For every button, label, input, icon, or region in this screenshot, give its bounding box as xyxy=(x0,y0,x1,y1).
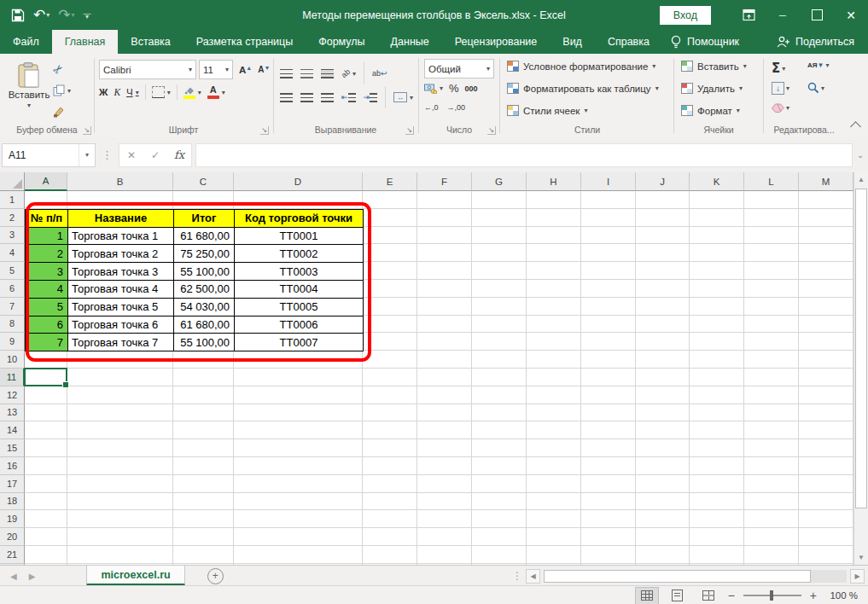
table-cell[interactable]: ТТ0006 xyxy=(235,317,364,334)
merge-center-button[interactable]: ↔ xyxy=(393,92,413,102)
table-header-cell[interactable]: Название xyxy=(68,210,174,228)
redo-button[interactable]: ↷▾ xyxy=(55,5,77,26)
zoom-in-button[interactable]: + xyxy=(810,589,817,602)
table-cell[interactable]: 3 xyxy=(26,263,68,281)
vertical-scrollbar[interactable]: ▲ ▼ xyxy=(853,172,868,565)
align-bottom-icon[interactable] xyxy=(321,69,334,78)
shrink-font-button[interactable]: А▼ xyxy=(258,65,270,74)
row-header-3[interactable]: 3 xyxy=(0,227,25,245)
row-header-18[interactable]: 18 xyxy=(0,493,25,511)
table-cell[interactable]: Торговая точка 2 xyxy=(68,245,174,263)
column-header-C[interactable]: C xyxy=(173,172,234,191)
fill-handle[interactable] xyxy=(62,381,69,388)
row-header-17[interactable]: 17 xyxy=(0,475,25,493)
align-top-icon[interactable] xyxy=(280,69,293,78)
hscroll-left-button[interactable]: ◀ xyxy=(526,569,540,584)
cells-item-2[interactable]: Формат▾ xyxy=(681,105,740,116)
styles-item-2[interactable]: Стили ячеек▾ xyxy=(507,105,587,116)
row-header-16[interactable]: 16 xyxy=(0,457,25,475)
selected-cell[interactable] xyxy=(24,368,67,386)
zoom-out-button[interactable]: − xyxy=(728,589,735,602)
comma-style-button[interactable]: 000 xyxy=(465,84,478,93)
formula-input[interactable] xyxy=(195,143,853,167)
cut-button[interactable]: ✂ xyxy=(53,61,71,78)
zoom-slider-thumb[interactable] xyxy=(770,590,773,601)
tab-вставка[interactable]: Вставка xyxy=(118,30,183,54)
cells-item-0[interactable]: Вставить▾ xyxy=(681,61,747,72)
name-box[interactable]: A11 ▾ xyxy=(2,143,96,167)
row-header-5[interactable]: 5 xyxy=(0,262,25,280)
column-header-J[interactable]: J xyxy=(636,172,690,191)
paste-button[interactable]: Вставить ▾ xyxy=(7,59,51,127)
row-header-2[interactable]: 2 xyxy=(0,209,25,227)
align-center-icon[interactable] xyxy=(300,93,313,102)
align-middle-icon[interactable] xyxy=(300,69,313,78)
column-header-M[interactable]: M xyxy=(799,172,853,191)
number-dialog-launcher[interactable] xyxy=(487,126,496,134)
column-header-I[interactable]: I xyxy=(581,172,636,191)
find-select-button[interactable]: ▾ xyxy=(807,82,824,94)
scroll-down-button[interactable]: ▼ xyxy=(854,550,868,565)
tab-вид[interactable]: Вид xyxy=(550,30,595,54)
styles-item-0[interactable]: Условное форматирование▾ xyxy=(507,61,655,72)
sheet-tab-active[interactable]: microexcel.ru xyxy=(86,566,184,586)
wrap-text-button[interactable]: ab↩ xyxy=(372,69,387,78)
row-header-20[interactable]: 20 xyxy=(0,528,25,546)
customize-qat-button[interactable]: —▾ xyxy=(81,5,94,26)
table-cell[interactable]: 61 680,00 xyxy=(174,317,235,334)
row-header-10[interactable]: 10 xyxy=(0,351,25,369)
italic-button[interactable]: К xyxy=(114,87,120,97)
undo-button[interactable]: ↶▾ xyxy=(31,5,52,26)
borders-button[interactable] xyxy=(152,86,171,98)
row-header-9[interactable]: 9 xyxy=(0,333,25,351)
format-painter-button[interactable] xyxy=(53,103,71,120)
table-cell[interactable]: Торговая точка 7 xyxy=(68,334,174,351)
bold-button[interactable]: Ж xyxy=(99,87,108,97)
horizontal-scroll-thumb[interactable] xyxy=(544,570,811,583)
row-header-13[interactable]: 13 xyxy=(0,404,25,422)
table-cell[interactable]: ТТ0007 xyxy=(235,334,364,351)
align-right-icon[interactable] xyxy=(321,93,334,102)
row-header-8[interactable]: 8 xyxy=(0,316,25,334)
sheet-area[interactable]: № п/пНазваниеИтогКод торговой точки1Торг… xyxy=(25,191,853,565)
alignment-dialog-launcher[interactable] xyxy=(405,126,414,134)
new-sheet-button[interactable]: + xyxy=(207,568,224,584)
zoom-level[interactable]: 100 % xyxy=(825,590,858,601)
table-cell[interactable]: ТТ0005 xyxy=(235,299,364,317)
row-header-11[interactable]: 11 xyxy=(0,369,25,386)
tab-assistant[interactable]: Помощник xyxy=(662,30,748,54)
minimize-button[interactable] xyxy=(766,3,800,28)
next-sheet-button[interactable]: ▶ xyxy=(29,572,36,581)
select-all-corner[interactable] xyxy=(0,172,25,191)
table-cell[interactable]: 75 250,00 xyxy=(174,245,235,263)
row-header-14[interactable]: 14 xyxy=(0,421,25,439)
row-header-21[interactable]: 21 xyxy=(0,546,25,564)
font-color-button[interactable]: А xyxy=(207,85,225,99)
tab-главная[interactable]: Главная xyxy=(52,30,119,54)
table-cell[interactable]: Торговая точка 6 xyxy=(68,317,174,334)
cancel-formula-button[interactable]: ✕ xyxy=(119,149,143,161)
table-cell[interactable]: 7 xyxy=(26,334,68,351)
table-cell[interactable]: 54 030,00 xyxy=(174,299,235,317)
row-header-7[interactable]: 7 xyxy=(0,298,25,316)
table-cell[interactable]: ТТ0004 xyxy=(235,281,364,299)
orientation-button[interactable]: ab xyxy=(341,69,356,78)
increase-indent-button[interactable]: ⇥ xyxy=(364,93,378,102)
table-cell[interactable]: 55 100,00 xyxy=(174,334,235,351)
tab-справка[interactable]: Справка xyxy=(595,30,662,54)
table-cell[interactable]: Торговая точка 1 xyxy=(68,228,174,246)
decrease-decimal-button[interactable]: →,00 xyxy=(447,103,466,112)
tab-формулы[interactable]: Формулы xyxy=(306,30,377,54)
styles-item-1[interactable]: Форматировать как таблицу▾ xyxy=(507,83,659,94)
ribbon-display-options-button[interactable] xyxy=(731,3,766,28)
column-header-B[interactable]: B xyxy=(67,172,173,191)
sort-filter-button[interactable]: АЯ▼▾ xyxy=(807,61,829,69)
decrease-indent-button[interactable]: ⇤ xyxy=(341,93,356,102)
number-format-combo[interactable]: Общий▾ xyxy=(424,59,494,78)
row-header-12[interactable]: 12 xyxy=(0,386,25,404)
row-header-6[interactable]: 6 xyxy=(0,280,25,298)
enter-formula-button[interactable]: ✓ xyxy=(143,149,167,161)
vertical-scroll-thumb[interactable] xyxy=(855,189,867,508)
table-cell[interactable]: 61 680,00 xyxy=(174,228,235,246)
table-cell[interactable]: Торговая точка 3 xyxy=(68,263,174,281)
